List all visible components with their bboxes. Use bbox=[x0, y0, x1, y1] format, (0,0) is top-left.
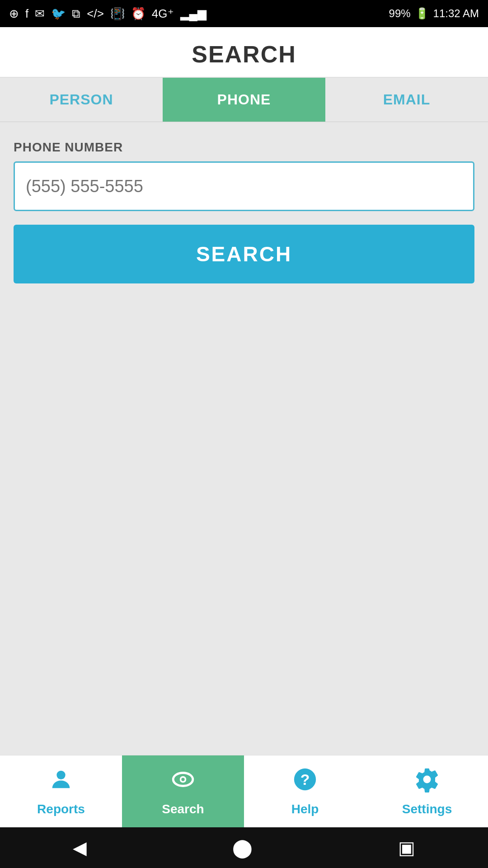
nav-label-reports: Reports bbox=[37, 802, 85, 816]
settings-icon bbox=[414, 766, 440, 798]
nav-label-settings: Settings bbox=[402, 802, 452, 816]
eye-icon bbox=[170, 766, 196, 798]
svg-point-3 bbox=[181, 778, 184, 781]
battery-text: 99% bbox=[389, 7, 411, 20]
svg-text:?: ? bbox=[300, 771, 310, 788]
nav-label-help: Help bbox=[291, 802, 319, 816]
code-icon: </> bbox=[87, 7, 104, 21]
alarm-icon: ⏰ bbox=[131, 7, 145, 21]
svg-point-0 bbox=[56, 771, 65, 779]
nav-label-search: Search bbox=[162, 802, 204, 816]
search-button[interactable]: SEARCH bbox=[14, 225, 474, 283]
status-bar-right: 99% 🔋 11:32 AM bbox=[389, 7, 479, 20]
time: 11:32 AM bbox=[433, 7, 479, 20]
email-icon: ✉ bbox=[35, 7, 45, 21]
phone-input[interactable] bbox=[14, 161, 474, 211]
nav-item-search[interactable]: Search bbox=[122, 755, 244, 827]
phone-number-label: PHONE NUMBER bbox=[14, 140, 474, 155]
facebook-icon: f bbox=[25, 7, 28, 21]
tab-bar: PERSON PHONE EMAIL bbox=[0, 78, 488, 122]
tab-phone[interactable]: PHONE bbox=[163, 78, 325, 122]
nav-item-help[interactable]: ? Help bbox=[244, 755, 366, 827]
nav-item-settings[interactable]: Settings bbox=[366, 755, 488, 827]
person-icon bbox=[48, 766, 74, 798]
home-button[interactable]: ⬤ bbox=[232, 837, 253, 858]
battery-icon: 🔋 bbox=[415, 7, 429, 20]
copy-icon: ⧉ bbox=[72, 7, 80, 21]
main-content: PHONE NUMBER SEARCH bbox=[0, 122, 488, 755]
nav-item-reports[interactable]: Reports bbox=[0, 755, 122, 827]
tab-email[interactable]: EMAIL bbox=[325, 78, 488, 122]
vibrate-icon: 📳 bbox=[110, 7, 125, 21]
page-title: SEARCH bbox=[9, 41, 479, 68]
android-nav-bar: ◀ ⬤ ▣ bbox=[0, 827, 488, 868]
status-bar: ⊕ f ✉ 🐦 ⧉ </> 📳 ⏰ 4G⁺ ▂▄▆ 99% 🔋 11:32 AM bbox=[0, 0, 488, 27]
help-icon: ? bbox=[292, 766, 318, 798]
network-icon: 4G⁺ bbox=[152, 7, 174, 21]
app-header: SEARCH bbox=[0, 27, 488, 78]
recent-button[interactable]: ▣ bbox=[398, 837, 415, 858]
signal-icon: ▂▄▆ bbox=[180, 7, 206, 21]
bottom-nav: Reports Search ? Help Settings bbox=[0, 755, 488, 827]
status-bar-icons: ⊕ f ✉ 🐦 ⧉ </> 📳 ⏰ 4G⁺ ▂▄▆ bbox=[9, 7, 206, 21]
add-icon: ⊕ bbox=[9, 7, 19, 21]
back-button[interactable]: ◀ bbox=[73, 837, 87, 858]
twitter-icon: 🐦 bbox=[51, 7, 66, 21]
tab-person[interactable]: PERSON bbox=[0, 78, 163, 122]
